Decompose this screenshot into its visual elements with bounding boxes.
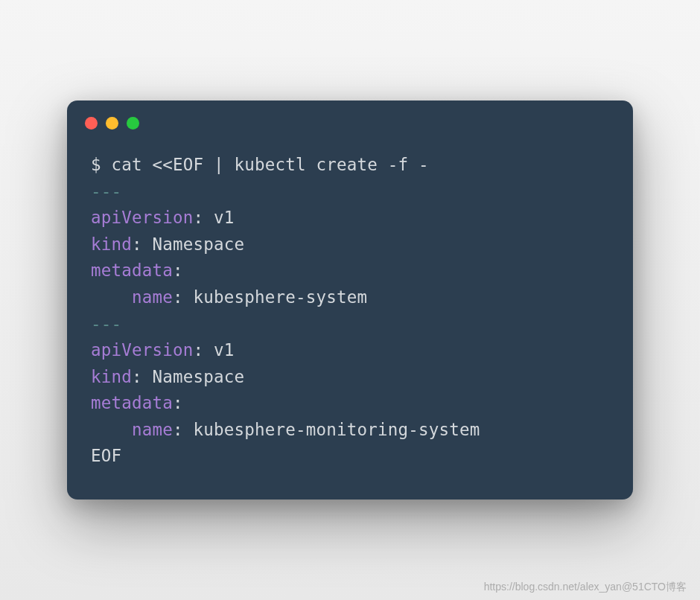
colon: : bbox=[173, 287, 183, 307]
yaml-key-metadata: metadata bbox=[91, 261, 173, 280]
yaml-val-name: kubesphere-system bbox=[183, 287, 367, 307]
yaml-val-kind: Namespace bbox=[142, 367, 244, 386]
colon: : bbox=[193, 340, 203, 360]
maximize-icon[interactable] bbox=[127, 117, 139, 130]
minimize-icon[interactable] bbox=[106, 117, 118, 130]
yaml-key-kind: kind bbox=[91, 367, 132, 386]
colon: : bbox=[193, 208, 203, 227]
colon: : bbox=[173, 420, 183, 439]
terminal-body: $ cat <<EOF | kubectl create -f - --- ap… bbox=[67, 137, 633, 500]
yaml-key-name: name bbox=[91, 420, 173, 439]
colon: : bbox=[173, 393, 183, 412]
yaml-val-apiversion: v1 bbox=[203, 208, 234, 227]
watermark-text: https://blog.csdn.net/alex_yan@51CTO博客 bbox=[484, 581, 687, 594]
yaml-key-apiversion: apiVersion bbox=[91, 340, 193, 360]
command-line: $ cat <<EOF | kubectl create -f - bbox=[91, 155, 429, 174]
yaml-key-kind: kind bbox=[91, 234, 132, 254]
eof-marker: EOF bbox=[91, 446, 121, 465]
yaml-val-apiversion: v1 bbox=[203, 340, 234, 360]
yaml-val-name: kubesphere-monitoring-system bbox=[183, 420, 480, 439]
yaml-key-metadata: metadata bbox=[91, 393, 173, 412]
colon: : bbox=[132, 367, 142, 386]
yaml-val-kind: Namespace bbox=[142, 234, 244, 254]
colon: : bbox=[132, 234, 142, 254]
window-titlebar bbox=[67, 100, 633, 137]
terminal-window: $ cat <<EOF | kubectl create -f - --- ap… bbox=[67, 100, 633, 500]
colon: : bbox=[173, 261, 183, 280]
yaml-key-name: name bbox=[91, 287, 173, 307]
yaml-separator: --- bbox=[91, 182, 121, 201]
close-icon[interactable] bbox=[85, 117, 98, 130]
yaml-separator: --- bbox=[91, 314, 121, 333]
yaml-key-apiversion: apiVersion bbox=[91, 208, 193, 227]
